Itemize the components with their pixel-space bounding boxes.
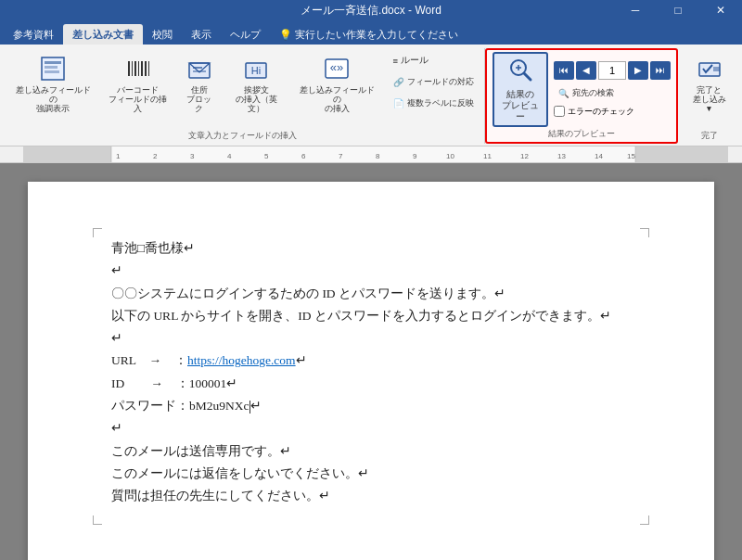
- svg-text:14: 14: [595, 152, 603, 160]
- document-scroll[interactable]: 青池□喬也様↵ ↵ 〇〇システムにログインするための ID とパスワードを送りま…: [0, 163, 742, 560]
- barcode-icon: [123, 54, 153, 83]
- close-button[interactable]: ✕: [699, 0, 742, 20]
- tab-review[interactable]: 校閲: [143, 24, 182, 45]
- nav-row: ⏮ ◀ ▶ ⏭: [554, 61, 671, 80]
- finish-button[interactable]: 完了と差し込み▼: [684, 50, 735, 118]
- line-id: ID → ：100001↵: [111, 373, 631, 395]
- line-empty-2: ↵: [111, 327, 631, 350]
- insert-field-button[interactable]: «» 差し込みフィールドのの挿入: [291, 50, 382, 118]
- svg-text:15: 15: [627, 152, 635, 160]
- page-number-input[interactable]: [598, 61, 626, 80]
- window-controls: ─ □ ✕: [614, 0, 742, 20]
- tab-mailings[interactable]: 差し込み文書: [63, 24, 143, 45]
- address-block-button[interactable]: 住所ブロック: [177, 50, 221, 118]
- field-match-icon: 🔗: [393, 77, 404, 87]
- svg-text:10: 10: [446, 152, 454, 160]
- svg-rect-9: [145, 61, 147, 76]
- svg-rect-1: [45, 61, 61, 64]
- insert-field-icon: «»: [322, 54, 352, 83]
- preview-small-buttons: 🔍 宛先の検索 エラーのチェック: [554, 83, 671, 119]
- address-icon: [185, 54, 214, 83]
- svg-text:1: 1: [116, 152, 121, 160]
- svg-rect-24: [713, 67, 720, 71]
- line-intro-1: 〇〇システムにログインするための ID とパスワードを送ります。↵: [111, 283, 631, 305]
- preview-controls: ⏮ ◀ ▶ ⏭ 🔍 宛先の検索 エラーのチェック: [554, 61, 671, 119]
- line-empty-1: ↵: [111, 260, 631, 282]
- svg-rect-5: [132, 61, 133, 76]
- group-preview: 結果のプレビュー ⏮ ◀ ▶ ⏭ 🔍 宛先の検索: [485, 48, 679, 144]
- nav-first-button[interactable]: ⏮: [554, 61, 574, 80]
- finish-group-content: 完了と差し込み▼: [684, 50, 735, 142]
- app-window: メール一斉送信.docx - Word ─ □ ✕ 参考資料 差し込み文書 校閲…: [0, 0, 742, 560]
- group-field-insert: 差し込みフィールドの強調表示 バーコードフィールドの挿入 住所ブロック: [2, 48, 485, 144]
- preview-icon: [507, 57, 533, 87]
- svg-rect-6: [134, 61, 136, 76]
- svg-text:12: 12: [520, 152, 529, 160]
- tab-view[interactable]: 表示: [182, 24, 221, 45]
- svg-text:5: 5: [264, 152, 269, 160]
- greeting-icon: Hi: [241, 54, 271, 83]
- barcode-button[interactable]: バーコードフィールドの挿入: [100, 50, 175, 118]
- group-content: 差し込みフィールドの強調表示 バーコードフィールドの挿入 住所ブロック: [7, 50, 479, 142]
- ribbon: 差し込みフィールドの強調表示 バーコードフィールドの挿入 住所ブロック: [0, 45, 742, 146]
- svg-rect-8: [141, 61, 143, 76]
- greeting-button[interactable]: Hi 挨拶文の挿入（英文）: [223, 50, 289, 118]
- content-area: 青池□喬也様↵ ↵ 〇〇システムにログインするための ID とパスワードを送りま…: [0, 163, 742, 560]
- rule-icon: ≡: [393, 56, 399, 66]
- url-link[interactable]: https://hogehoge.com: [187, 353, 296, 367]
- line-intro-2: 以下の URL からサイトを開き、ID とパスワードを入力するとログインができま…: [111, 305, 631, 327]
- svg-text:2: 2: [153, 152, 158, 160]
- merge-field-highlight-button[interactable]: 差し込みフィールドの強調表示: [7, 50, 98, 118]
- title-bar: メール一斉送信.docx - Word ─ □ ✕: [0, 0, 742, 20]
- svg-text:9: 9: [413, 152, 417, 160]
- group-label-finish: 完了: [701, 130, 718, 142]
- svg-rect-3: [45, 70, 59, 73]
- tab-help[interactable]: ヘルプ: [221, 24, 270, 45]
- preview-group-content: 結果のプレビュー ⏮ ◀ ▶ ⏭ 🔍 宛先の検索: [493, 52, 672, 140]
- field-match-button[interactable]: 🔗 フィールドの対応: [389, 71, 479, 92]
- multi-label-button[interactable]: 📄 複数ラベルに反映: [389, 93, 479, 113]
- multi-label-icon: 📄: [393, 98, 404, 108]
- search-icon: 🔍: [558, 88, 569, 98]
- group-label-preview: 結果のプレビュー: [548, 128, 615, 140]
- merge-field-icon: [38, 54, 68, 83]
- corner-tr: [640, 228, 649, 237]
- line-url: URL → ：https://hogehoge.com↵: [111, 350, 631, 372]
- error-check-row[interactable]: エラーのチェック: [554, 105, 671, 119]
- nav-next-button[interactable]: ▶: [628, 61, 648, 80]
- svg-text:4: 4: [227, 152, 232, 160]
- ruler-svg: 1 2 3 4 5 6 7 8 9 10 11 12 13 14 15: [23, 146, 728, 163]
- svg-text:6: 6: [301, 152, 306, 160]
- svg-text:8: 8: [376, 152, 380, 160]
- title-text: メール一斉送信.docx - Word: [301, 3, 441, 19]
- error-check-checkbox[interactable]: [554, 106, 565, 117]
- ribbon-tab-bar: 参考資料 差し込み文書 校閲 表示 ヘルプ 💡 実行したい作業を入力してください: [0, 20, 742, 45]
- svg-rect-4: [128, 61, 130, 76]
- nav-last-button[interactable]: ⏭: [650, 61, 671, 80]
- find-recipient-button[interactable]: 🔍 宛先の検索: [554, 83, 671, 104]
- small-buttons-col: ≡ ルール 🔗 フィールドの対応 📄 複数ラベルに反映: [389, 50, 479, 113]
- document-page: 青池□喬也様↵ ↵ 〇〇システムにログインするための ID とパスワードを送りま…: [28, 182, 714, 560]
- line-no-reply-1: このメールは送信専用です。↵: [111, 440, 631, 463]
- tab-references[interactable]: 参考資料: [4, 24, 63, 45]
- tab-tell-me[interactable]: 💡 実行したい作業を入力してください: [270, 24, 467, 45]
- page-content: 青池□喬也様↵ ↵ 〇〇システムにログインするための ID とパスワードを送りま…: [111, 237, 631, 508]
- svg-text:7: 7: [339, 152, 343, 160]
- group-label-field-insert: 文章入力とフィールドの挿入: [188, 130, 297, 142]
- finish-icon: [695, 54, 724, 83]
- rule-button[interactable]: ≡ ルール: [389, 50, 479, 70]
- preview-main-button[interactable]: 結果のプレビュー: [493, 52, 549, 127]
- line-contact: 質問は担任の先生にしてください。↵: [111, 485, 631, 507]
- nav-prev-button[interactable]: ◀: [576, 61, 596, 80]
- svg-rect-2: [45, 66, 58, 69]
- line-salutation: 青池□喬也様↵: [111, 237, 631, 260]
- corner-bl: [93, 515, 102, 525]
- svg-line-20: [524, 73, 531, 80]
- svg-text:13: 13: [557, 152, 566, 160]
- corner-br: [640, 515, 649, 525]
- svg-text:«»: «»: [330, 60, 343, 74]
- ruler: 1 2 3 4 5 6 7 8 9 10 11 12 13 14 15: [0, 146, 742, 163]
- svg-text:3: 3: [190, 152, 195, 160]
- minimize-button[interactable]: ─: [614, 0, 657, 20]
- restore-button[interactable]: □: [657, 0, 699, 20]
